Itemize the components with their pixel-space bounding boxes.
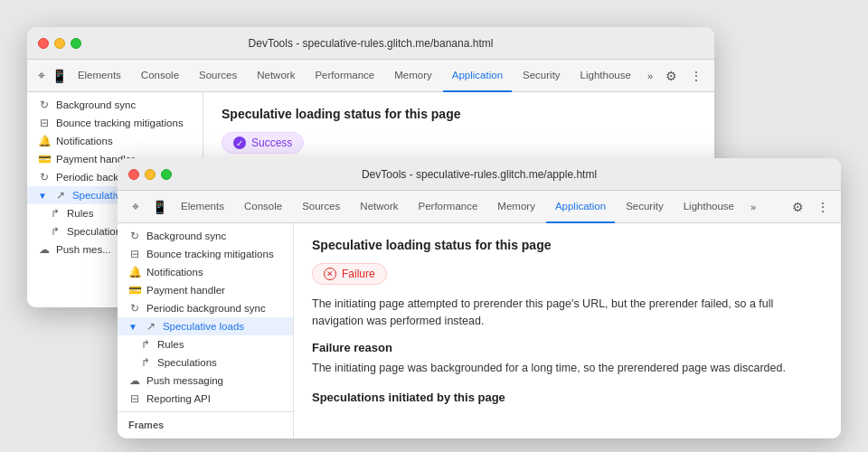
- cloud-icon: ☁: [128, 374, 141, 387]
- expand-icon: ▼: [38, 191, 47, 201]
- tab-security-2[interactable]: Security: [617, 191, 673, 223]
- section-title-2: Speculative loading status for this page: [312, 238, 823, 252]
- tab-lighthouse-1[interactable]: Lighthouse: [571, 60, 640, 92]
- sidebar-label: Push mes...: [56, 244, 111, 255]
- sidebar-label: Rules: [157, 339, 184, 350]
- devtools-right-1: ⚙ ⋮: [660, 65, 707, 87]
- sidebar-label: Payment handler: [146, 285, 225, 296]
- status-badge-failure: ✕ Failure: [312, 263, 387, 285]
- inspect-icon-2[interactable]: ⌖: [125, 196, 146, 218]
- card-icon: 💳: [128, 284, 141, 297]
- bell-icon: 🔔: [128, 266, 141, 278]
- more-icon-2[interactable]: ⋮: [812, 196, 834, 218]
- sidebar-label: Reporting API: [146, 393, 211, 404]
- sidebar-label: Rules: [67, 208, 93, 219]
- badge-label: Failure: [342, 268, 375, 280]
- sidebar-item-bounce-tracking-1[interactable]: ⊟ Bounce tracking mitigations: [27, 114, 203, 132]
- sidebar-item-notifications-2[interactable]: 🔔 Notifications: [118, 263, 293, 281]
- tab-more-2[interactable]: »: [745, 198, 761, 216]
- devtools-tabbar-2: ⌖ 📱 Elements Console Sources Network Per…: [118, 191, 841, 223]
- maximize-button[interactable]: [71, 38, 81, 49]
- sidebar-label: Bounce tracking mitigations: [146, 249, 274, 259]
- tab-sources-1[interactable]: Sources: [190, 60, 246, 92]
- sidebar-label: Periodic background sync: [146, 303, 266, 314]
- tab-elements-1[interactable]: Elements: [69, 60, 130, 92]
- inspect-icon[interactable]: ⌖: [34, 65, 50, 87]
- minimize-button-2[interactable]: [145, 169, 156, 180]
- tab-application-1[interactable]: Application: [443, 60, 512, 92]
- card-icon: 💳: [38, 153, 51, 165]
- status-text-2: The initiating page attempted to prerend…: [312, 296, 823, 330]
- devtools-tabbar-1: ⌖ 📱 Elements Console Sources Network Per…: [27, 60, 714, 92]
- tab-memory-1[interactable]: Memory: [385, 60, 441, 92]
- close-button-2[interactable]: [128, 169, 139, 180]
- titlebar-2: DevTools - speculative-rules.glitch.me/a…: [118, 158, 841, 191]
- mobile-icon-2[interactable]: 📱: [148, 196, 170, 218]
- section-title-1: Speculative loading status for this page: [222, 107, 696, 121]
- sidebar-label: Background sync: [56, 99, 136, 110]
- tab-performance-2[interactable]: Performance: [410, 191, 487, 223]
- sidebar-2: ↻ Background sync ⊟ Bounce tracking miti…: [118, 223, 294, 438]
- sidebar-item-speculations-2[interactable]: ↱ Speculations: [118, 353, 293, 372]
- sidebar-item-bounce-tracking-2[interactable]: ⊟ Bounce tracking mitigations: [118, 245, 293, 263]
- settings-icon-1[interactable]: ⚙: [660, 65, 682, 87]
- close-button[interactable]: [38, 38, 49, 49]
- settings-icon-2[interactable]: ⚙: [787, 196, 808, 218]
- tab-memory-2[interactable]: Memory: [488, 191, 544, 223]
- tab-application-2[interactable]: Application: [546, 191, 615, 223]
- expand-icon: ▼: [128, 322, 137, 332]
- badge-label: Success: [251, 137, 292, 149]
- sidebar-label: Notifications: [146, 267, 203, 278]
- sidebar-item-periodic-sync-2[interactable]: ↻ Periodic background sync: [118, 299, 293, 317]
- check-icon: ✓: [233, 137, 246, 149]
- tab-elements-2[interactable]: Elements: [172, 191, 233, 223]
- speculations-title: Speculations initiated by this page: [312, 391, 823, 404]
- sidebar-item-background-sync-1[interactable]: ↻ Background sync: [27, 96, 203, 114]
- tab-sources-2[interactable]: Sources: [293, 191, 349, 223]
- sidebar-label: Notifications: [56, 136, 113, 146]
- minimize-button[interactable]: [54, 38, 65, 49]
- sidebar-label: Bounce tracking mitigations: [56, 118, 184, 128]
- sidebar-item-reporting-2[interactable]: ⊟ Reporting API: [118, 390, 293, 408]
- traffic-lights-1: [38, 38, 81, 49]
- sync-icon: ↻: [38, 171, 51, 184]
- failure-reason-text: The initiating page was backgrounded for…: [312, 360, 823, 377]
- branch-icon: ↱: [139, 356, 152, 369]
- branch-icon: ↱: [49, 207, 61, 220]
- sync-icon: ↻: [38, 99, 51, 111]
- sidebar-label: Background sync: [146, 231, 226, 241]
- tab-security-1[interactable]: Security: [514, 60, 570, 92]
- x-icon: ✕: [324, 268, 336, 280]
- sync-icon: ↻: [128, 230, 141, 242]
- sidebar-item-rules-2[interactable]: ↱ Rules: [118, 335, 293, 353]
- sidebar-label: Push messaging: [146, 375, 223, 386]
- sidebar-item-payment-2[interactable]: 💳 Payment handler: [118, 281, 293, 299]
- block-icon: ⊟: [128, 248, 141, 260]
- arrow-right-icon: ↗: [54, 189, 67, 202]
- titlebar-1: DevTools - speculative-rules.glitch.me/b…: [27, 27, 714, 60]
- sidebar-item-notifications-1[interactable]: 🔔 Notifications: [27, 132, 203, 150]
- tab-console-1[interactable]: Console: [132, 60, 188, 92]
- branch-icon: ↱: [139, 338, 152, 351]
- sidebar-item-speculative-loads-2[interactable]: ▼ ↗ Speculative loads: [118, 317, 293, 335]
- tab-network-1[interactable]: Network: [248, 60, 304, 92]
- devtools-body-2: ↻ Background sync ⊟ Bounce tracking miti…: [118, 223, 841, 438]
- sidebar-item-push-2[interactable]: ☁ Push messaging: [118, 372, 293, 390]
- devtools-right-2: ⚙ ⋮: [787, 196, 834, 218]
- report-icon: ⊟: [128, 392, 141, 405]
- window-title-2: DevTools - speculative-rules.glitch.me/a…: [362, 168, 597, 181]
- mobile-icon[interactable]: 📱: [52, 65, 67, 87]
- tab-network-2[interactable]: Network: [351, 191, 407, 223]
- tab-console-2[interactable]: Console: [235, 191, 291, 223]
- sidebar-label: Speculative loads: [163, 321, 244, 332]
- failure-reason-title: Failure reason: [312, 341, 823, 354]
- more-icon-1[interactable]: ⋮: [685, 65, 707, 87]
- frames-section-label: Frames: [118, 411, 293, 438]
- tab-more-1[interactable]: »: [642, 67, 658, 85]
- tab-lighthouse-2[interactable]: Lighthouse: [675, 191, 743, 223]
- maximize-button-2[interactable]: [161, 169, 172, 180]
- sidebar-item-background-sync-2[interactable]: ↻ Background sync: [118, 227, 293, 245]
- bell-icon: 🔔: [38, 135, 51, 147]
- tab-performance-1[interactable]: Performance: [306, 60, 383, 92]
- branch-icon: ↱: [49, 225, 61, 238]
